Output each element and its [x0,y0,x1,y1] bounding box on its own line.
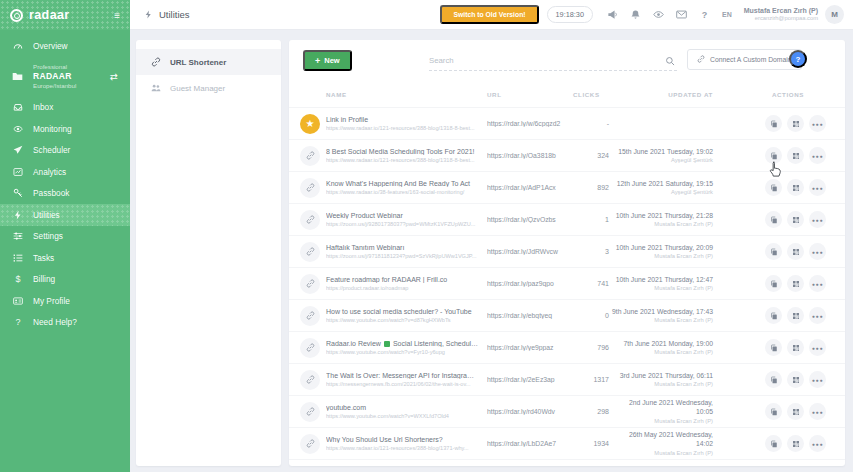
row-short-url[interactable]: https://rdar.ly/paz9qpo [487,280,573,287]
row-icon-cell [289,434,326,454]
url-shortener-card: + New Connect A Custom Domain ? Name URL… [289,40,845,466]
table-row: The Wait Is Over: Messenger API for Inst… [289,364,845,396]
folder-icon [12,71,24,82]
row-short-url[interactable]: https://rdar.ly/LbD2Ae7 [487,440,573,447]
search-icon[interactable] [665,56,675,66]
panel-item-guest-manager[interactable]: Guest Manager [136,75,281,101]
sidebar-item-utilities[interactable]: Utilities [0,204,130,226]
sidebar-item-inbox[interactable]: Inbox [0,97,130,119]
row-clicks: 1934 [573,440,611,447]
qr-code-button[interactable] [787,243,804,260]
qr-code-button[interactable] [787,147,804,164]
row-name-link[interactable]: Link in Profile [326,116,479,123]
connect-custom-domain-button[interactable]: Connect A Custom Domain [687,49,802,70]
row-name-link[interactable]: How to use social media scheduler? - You… [326,308,479,315]
row-name-link[interactable]: Radaar.io ReviewSocial Listening, Schedu… [326,340,479,347]
sidebar-item-analytics[interactable]: Analytics [0,161,130,183]
avatar[interactable]: M [825,5,844,24]
more-button[interactable]: ●●● [809,339,826,356]
copy-button[interactable] [765,179,782,196]
qr-code-button[interactable] [787,371,804,388]
row-name-link[interactable]: The Wait Is Over: Messenger API for Inst… [326,372,479,379]
sidebar-item-overview[interactable]: Overview [0,35,130,57]
sidebar-item-scheduler[interactable]: Scheduler [0,140,130,162]
more-button[interactable]: ●●● [809,435,826,452]
row-short-url[interactable]: https://rdar.ly/ebqtyeq [487,312,573,319]
qr-code-button[interactable] [787,179,804,196]
row-name-link[interactable]: Know What's Happening And Be Ready To Ac… [326,180,479,187]
more-button[interactable]: ●●● [809,371,826,388]
search-input[interactable] [429,56,665,65]
copy-button[interactable] [765,403,782,420]
sidebar-item-tasks[interactable]: Tasks [0,247,130,269]
row-updated-date: 3rd June 2021 Thursday, 06:11 [611,371,713,381]
more-button[interactable]: ●●● [809,307,826,324]
sidebar-item-need-help[interactable]: ?Need Help? [0,312,130,334]
more-button[interactable]: ●●● [809,403,826,420]
more-button[interactable]: ●●● [809,243,826,260]
row-short-url[interactable]: https://rdar.ly/Oa3818b [487,152,573,159]
row-short-url[interactable]: https://rdar.ly/rd40Wdv [487,408,573,415]
sidebar-item-settings[interactable]: Settings [0,226,130,248]
row-name-link[interactable]: Haftalık Tanıtım Webinarı [326,244,479,251]
sidebar-item-my-profile[interactable]: My Profile [0,290,130,312]
row-updated-cell: 2nd June 2021 Wednesday, 10:05 Mustafa E… [611,398,713,425]
copy-button[interactable] [765,339,782,356]
megaphone-icon[interactable] [607,9,618,20]
language-selector[interactable]: EN [722,11,732,18]
eye-icon [12,124,24,134]
copy-button[interactable] [765,147,782,164]
qr-code-button[interactable] [787,435,804,452]
qr-code-button[interactable] [787,339,804,356]
copy-button[interactable] [765,307,782,324]
row-short-url[interactable]: https://rdar.ly/AdP1Acx [487,184,573,191]
row-short-url[interactable]: https://rdar.ly/JdRWvcw [487,248,573,255]
row-name-link[interactable]: Feature roadmap for RADAAR | Frill.co [326,276,479,283]
sidebar-item-passbook[interactable]: Passbook [0,183,130,205]
row-icon-cell [289,274,326,294]
more-button[interactable]: ●●● [809,211,826,228]
menu-icon[interactable]: ≡ [114,10,120,21]
swap-icon[interactable]: ⇄ [110,71,118,82]
row-name-link[interactable]: Weekly Product Webinar [326,212,479,219]
row-short-url[interactable]: https://rdar.ly/w/6cpgzd2 [487,120,573,127]
qr-code-button[interactable] [787,403,804,420]
row-short-url[interactable]: https://rdar.ly/2eEz3ap [487,376,573,383]
panel-item-url-shortener[interactable]: URL Shortener [136,49,281,75]
copy-button[interactable] [765,275,782,292]
table-row: Feature roadmap for RADAAR | Frill.co ht… [289,268,845,300]
more-button[interactable]: ●●● [809,147,826,164]
qr-code-button[interactable] [787,211,804,228]
envelope-icon[interactable] [676,9,687,20]
question-icon[interactable]: ? [699,9,710,20]
help-button[interactable]: ? [789,50,807,68]
copy-button[interactable] [765,115,782,132]
copy-button[interactable] [765,243,782,260]
copy-button[interactable] [765,435,782,452]
row-name-link[interactable]: 8 Best Social Media Scheduling Tools For… [326,148,479,155]
row-short-url[interactable]: https://rdar.ly/ye9ppaz [487,344,573,351]
row-name-link[interactable]: youtube.com [326,404,479,411]
switch-old-version-button[interactable]: Switch to Old Version! [440,5,538,24]
key-icon [12,188,24,198]
row-name-link[interactable]: Why You Should Use Url Shorteners? [326,436,479,443]
qr-code-button[interactable] [787,307,804,324]
logo[interactable]: radaar ≡ [0,0,130,30]
more-button[interactable]: ●●● [809,179,826,196]
radaar-logo-icon [10,9,23,22]
qr-code-button[interactable] [787,275,804,292]
workspace-switcher[interactable]: Professional RADAAR Europe/Istanbul ⇄ [0,57,130,97]
qr-code-button[interactable] [787,115,804,132]
sidebar-item-billing[interactable]: $Billing [0,269,130,291]
row-name-cell: youtube.com https://www.youtube.com/watc… [326,404,487,419]
user-menu[interactable]: Mustafa Ercan Zırh (P) ercanzirh@pompaa.… [744,6,818,23]
more-button[interactable]: ●●● [809,115,826,132]
more-button[interactable]: ●●● [809,275,826,292]
bell-icon[interactable] [630,9,641,20]
sidebar-item-monitoring[interactable]: Monitoring [0,118,130,140]
eye-icon[interactable] [653,9,664,20]
new-button[interactable]: + New [303,50,352,71]
copy-button[interactable] [765,211,782,228]
copy-button[interactable] [765,371,782,388]
row-short-url[interactable]: https://rdar.ly/QzvOzbs [487,216,573,223]
